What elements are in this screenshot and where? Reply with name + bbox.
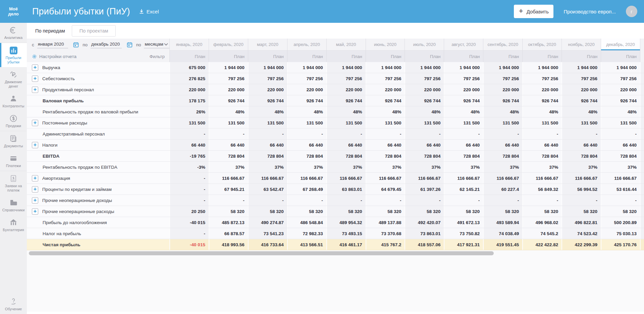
sidebar-item-profit-loss[interactable]: Прибыли убытки bbox=[0, 43, 27, 67]
value-cell: 58 320 bbox=[561, 206, 601, 217]
month-column-header[interactable]: март, 2020План bbox=[248, 39, 287, 62]
plan-subheader: План bbox=[209, 50, 248, 62]
value-cell: 220 000 bbox=[209, 84, 248, 95]
value-cell: - bbox=[444, 128, 483, 139]
plan-subheader: План bbox=[327, 50, 366, 62]
row-sliver bbox=[640, 173, 644, 184]
sidebar-item-payments[interactable]: Платежи bbox=[0, 151, 27, 171]
value-cell: 37% bbox=[366, 162, 405, 172]
sidebar-item-accounting[interactable]: Бухгалтерия bbox=[0, 215, 27, 235]
plan-subheader: План bbox=[405, 50, 444, 62]
directories-icon bbox=[1, 198, 26, 207]
month-column-header[interactable]: май, 2020План bbox=[326, 39, 366, 62]
sidebar-item-sales[interactable]: Продажи bbox=[0, 111, 27, 131]
month-column-header[interactable]: апрель, 2020План bbox=[287, 39, 326, 62]
value-cell: 58 320 bbox=[444, 206, 483, 217]
expand-row-button[interactable]: + bbox=[32, 120, 38, 126]
value-cell: 1 944 000 bbox=[601, 62, 640, 73]
sidebar-item-counterparties[interactable]: Контрагенты bbox=[0, 91, 27, 111]
value-cell: 48% bbox=[209, 106, 248, 117]
content-footer bbox=[27, 256, 644, 310]
table-row: Административный персонал------------ bbox=[27, 128, 644, 140]
value-cell: 58 320 bbox=[483, 206, 522, 217]
sidebar-item-money-flow[interactable]: Движение денег bbox=[0, 67, 27, 91]
filter-button[interactable]: Фильтр bbox=[150, 54, 169, 59]
month-column-header[interactable]: февраль, 2020План bbox=[209, 39, 248, 62]
value-cell: 20 250 bbox=[169, 206, 209, 217]
value-cell: 58 320 bbox=[209, 206, 248, 217]
report-settings-button[interactable]: Настройки отчета bbox=[32, 54, 76, 59]
next-column-sliver bbox=[640, 39, 644, 62]
month-column-header[interactable]: июль, 2020План bbox=[405, 39, 444, 62]
value-cell: - bbox=[209, 195, 248, 206]
company-selector[interactable]: Производство европ... bbox=[564, 9, 616, 14]
value-cell: 58 320 bbox=[366, 206, 405, 217]
calendar-icon[interactable] bbox=[73, 42, 79, 48]
app-logo[interactable]: Моё дело bbox=[0, 6, 27, 16]
month-column-header[interactable]: август, 2020План bbox=[444, 39, 483, 62]
value-cell: - bbox=[169, 228, 209, 239]
row-label: Административный персонал bbox=[43, 132, 105, 137]
value-cell: 419 551.45 bbox=[483, 239, 522, 250]
chevron-down-icon bbox=[164, 43, 168, 46]
value-cell: 496 822.81 bbox=[561, 217, 601, 228]
sidebar-item-label: Заявки на платеж bbox=[1, 184, 26, 193]
value-cell: 1 944 000 bbox=[405, 62, 444, 73]
value-cell: 26% bbox=[169, 106, 209, 117]
value-cell: 131 500 bbox=[209, 117, 248, 128]
topbar-right: + Добавить Производство европ... г bbox=[514, 5, 644, 18]
month-column-header[interactable]: декабрь, 2020План bbox=[601, 39, 640, 62]
expand-row-button[interactable]: + bbox=[32, 64, 38, 71]
month-column-header[interactable]: январь, 2020План bbox=[169, 39, 209, 62]
value-cell: 413 566.51 bbox=[287, 239, 326, 250]
expand-row-button[interactable]: + bbox=[32, 208, 38, 215]
sidebar-item-payment-requests[interactable]: Заявки на платеж bbox=[0, 171, 27, 195]
sales-icon bbox=[1, 114, 26, 123]
month-column-header[interactable]: июнь, 2020План bbox=[366, 39, 405, 62]
value-cell: 61 397.26 bbox=[405, 184, 444, 195]
gear-icon bbox=[32, 54, 37, 59]
value-cell: 675 000 bbox=[169, 62, 209, 73]
value-cell: 131 500 bbox=[169, 117, 209, 128]
calendar-icon[interactable] bbox=[127, 42, 132, 48]
excel-export-button[interactable]: Excel bbox=[139, 9, 159, 14]
table-row: +Выручка675 0001 944 0001 944 0001 944 0… bbox=[27, 62, 644, 73]
expand-row-button[interactable]: + bbox=[32, 75, 38, 82]
expand-row-button[interactable]: + bbox=[32, 186, 38, 193]
tab-by-periods[interactable]: По периодам bbox=[32, 25, 68, 36]
month-column-header[interactable]: октябрь, 2020План bbox=[522, 39, 561, 62]
month-column-header[interactable]: сентябрь, 2020План bbox=[483, 39, 522, 62]
period-to-input[interactable]: декабрь 2020 bbox=[91, 41, 122, 48]
value-cell: 58 320 bbox=[248, 206, 287, 217]
expand-row-button[interactable]: + bbox=[32, 175, 38, 181]
value-cell: 73 541.23 bbox=[248, 228, 287, 239]
user-avatar[interactable]: г bbox=[626, 6, 637, 17]
month-label: сентябрь, 2020 bbox=[483, 39, 522, 50]
value-cell: 926 744 bbox=[601, 95, 640, 106]
value-cell: 116 666.67 bbox=[248, 173, 287, 184]
value-cell: 116 666.67 bbox=[405, 173, 444, 184]
sidebar-item-directories[interactable]: Справочники bbox=[0, 195, 27, 215]
value-cell: 131 500 bbox=[405, 117, 444, 128]
sidebar-item-training[interactable]: Обучение bbox=[0, 294, 27, 314]
plan-subheader: План bbox=[483, 50, 522, 62]
value-cell: 66 440 bbox=[326, 140, 366, 150]
month-label: октябрь, 2020 bbox=[523, 39, 561, 50]
tab-by-projects[interactable]: По проектам bbox=[72, 25, 116, 37]
month-column-header[interactable]: ноябрь, 2020План bbox=[561, 39, 601, 62]
expand-row-button[interactable]: + bbox=[32, 142, 38, 148]
value-cell: 728 804 bbox=[209, 151, 248, 161]
sidebar-item-documents[interactable]: Документы bbox=[0, 131, 27, 151]
expand-row-button[interactable]: + bbox=[32, 197, 38, 204]
value-cell: 67 268.49 bbox=[287, 184, 326, 195]
sidebar-item-analytics[interactable]: Аналитика bbox=[0, 23, 27, 43]
value-cell: 73 493.15 bbox=[326, 228, 366, 239]
value-cell: 66 878.57 bbox=[209, 228, 248, 239]
group-by-select[interactable]: месяцам bbox=[144, 41, 169, 48]
value-cell: - bbox=[483, 128, 522, 139]
plan-subheader: План bbox=[248, 50, 287, 62]
period-from-input[interactable]: января 2020 bbox=[37, 41, 68, 48]
horizontal-scrollbar[interactable] bbox=[29, 251, 494, 255]
expand-row-button[interactable]: + bbox=[32, 87, 38, 93]
add-button[interactable]: + Добавить bbox=[514, 5, 553, 18]
